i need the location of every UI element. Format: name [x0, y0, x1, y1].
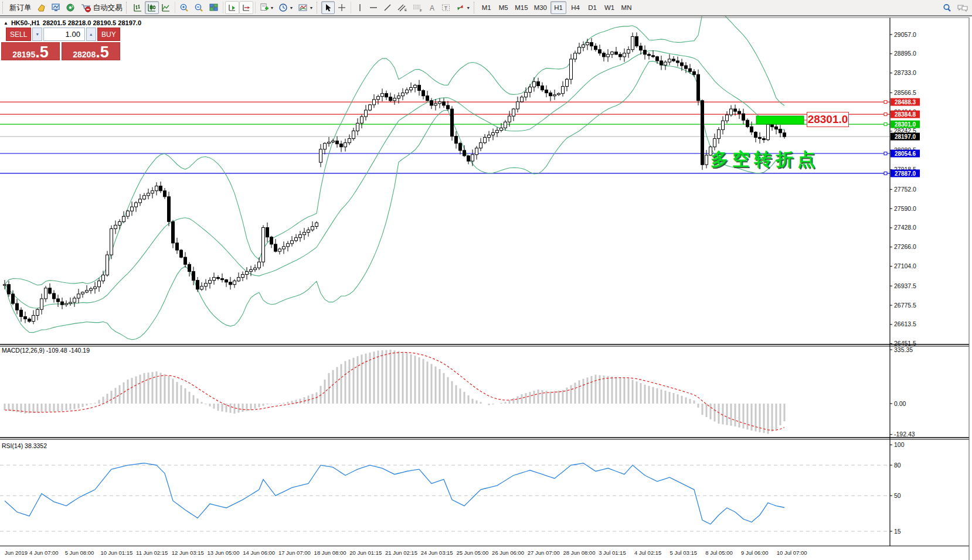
svg-text:28054.6: 28054.6	[895, 151, 916, 157]
timeframe-button-H4[interactable]: H4	[567, 1, 583, 14]
svg-text:0.00: 0.00	[894, 400, 906, 407]
price-annotation-label[interactable]: 28301.0	[807, 112, 849, 127]
timeframe-button-M15[interactable]: M15	[512, 1, 530, 14]
volume-decrease-button[interactable]: ▼	[32, 28, 42, 41]
template-button[interactable]: ▼	[295, 1, 315, 14]
add-indicator-button[interactable]: ▼	[257, 1, 277, 14]
volume-input[interactable]: 1.00	[43, 28, 85, 41]
svg-text:28 Jun 08:00: 28 Jun 08:00	[563, 549, 596, 556]
main-toolbar: 新订单 自动交易 ▼	[0, 0, 972, 16]
trendline-button[interactable]	[380, 1, 395, 14]
svg-text:3 Jul 01:15: 3 Jul 01:15	[599, 549, 626, 556]
crosshair-button[interactable]	[335, 1, 349, 14]
zoom-in-button[interactable]	[177, 1, 192, 14]
timeframe-button-M5[interactable]: M5	[495, 1, 511, 14]
text-button[interactable]: A	[425, 1, 439, 14]
volume-increase-button[interactable]: ▲	[86, 28, 96, 41]
toolbar-separator	[255, 2, 256, 13]
svg-text:27428.0: 27428.0	[894, 224, 916, 231]
turning-point-annotation[interactable]: 多空转折点	[711, 148, 819, 172]
svg-text:5 Jun 08:00: 5 Jun 08:00	[65, 549, 94, 556]
equidistant-channel-button[interactable]: E	[395, 1, 410, 14]
svg-text:28488.3: 28488.3	[895, 99, 916, 105]
time-axis[interactable]: Jun 20194 Jun 07:005 Jun 08:0010 Jun 01:…	[5, 549, 807, 556]
svg-text:24 Jun 03:15: 24 Jun 03:15	[421, 549, 453, 556]
svg-text:11 Jun 02:15: 11 Jun 02:15	[136, 549, 168, 556]
horizontal-line-button[interactable]	[366, 1, 380, 14]
buy-button[interactable]: BUY	[97, 28, 120, 41]
svg-text:T: T	[444, 5, 448, 11]
svg-text:27887.0: 27887.0	[895, 170, 916, 177]
svg-text:28384.8: 28384.8	[895, 111, 916, 118]
svg-text:14 Jun 06:00: 14 Jun 06:00	[243, 549, 275, 556]
svg-text:Jun 2019: Jun 2019	[5, 549, 28, 556]
svg-text:26613.5: 26613.5	[894, 320, 916, 327]
new-order-label: 新订单	[9, 3, 32, 13]
svg-text:F: F	[420, 9, 422, 12]
auto-scroll-button[interactable]	[225, 1, 239, 14]
svg-text:13 Jun 05:00: 13 Jun 05:00	[208, 549, 240, 556]
toolbar-grip[interactable]	[474, 2, 476, 13]
new-order-button[interactable]: 新订单	[7, 1, 34, 14]
chart-title: ▲ HK50-,H1 28201.5 28218.0 28190.5 28197…	[4, 19, 141, 26]
svg-text:-192.43: -192.43	[894, 431, 915, 438]
timeframe-button-H1[interactable]: H1	[550, 1, 566, 14]
bar-chart-button[interactable]	[131, 1, 145, 14]
svg-text:28895.0: 28895.0	[894, 50, 916, 57]
svg-text:10 Jun 01:15: 10 Jun 01:15	[100, 549, 132, 556]
volume-value: 1.00	[66, 30, 80, 39]
svg-text:27590.0: 27590.0	[894, 205, 916, 212]
svg-text:27752.0: 27752.0	[894, 186, 916, 193]
green-rectangle-annotation[interactable]	[756, 116, 807, 124]
svg-text:28197.0: 28197.0	[895, 134, 916, 140]
buy-price-frac: .5	[96, 45, 109, 59]
sell-button[interactable]: SELL	[6, 28, 31, 41]
candlestick-chart-button[interactable]	[145, 1, 159, 14]
svg-text:10 Jul 07:00: 10 Jul 07:00	[777, 549, 807, 556]
zoom-out-button[interactable]	[192, 1, 206, 14]
cursor-button[interactable]	[321, 1, 335, 14]
buy-price-block[interactable]: 28208 .5	[62, 42, 120, 60]
chat-icon[interactable]	[954, 1, 971, 14]
svg-text:E: E	[405, 8, 407, 12]
svg-text:A: A	[430, 4, 434, 12]
market-data-icon[interactable]	[63, 1, 78, 14]
toolbar-grip[interactable]	[317, 2, 319, 13]
svg-text:27266.0: 27266.0	[894, 243, 916, 250]
terminal-icon[interactable]	[49, 1, 63, 14]
autotrading-button[interactable]: 自动交易	[78, 1, 125, 14]
search-icon[interactable]	[940, 1, 954, 14]
timeframe-button-W1[interactable]: W1	[601, 1, 617, 14]
macd-indicator-label: MACD(12,26,9) -109.48 -140.19	[2, 347, 90, 354]
timeframe-button-MN[interactable]: MN	[618, 1, 634, 14]
svg-text:20 Jun 01:15: 20 Jun 01:15	[349, 549, 382, 556]
spinner-down-icon: ▼	[35, 32, 39, 36]
vertical-line-button[interactable]	[353, 1, 366, 14]
timeframe-button-M1[interactable]: M1	[478, 1, 494, 14]
timeframe-button-D1[interactable]: D1	[584, 1, 600, 14]
fibonacci-button[interactable]: F	[410, 1, 425, 14]
svg-text:9 Jul 06:00: 9 Jul 06:00	[741, 549, 768, 556]
sell-price-block[interactable]: 28195 .5	[1, 42, 60, 60]
svg-text:12 Jun 03:15: 12 Jun 03:15	[172, 549, 204, 556]
buy-price-main: 28208	[73, 50, 96, 59]
one-click-trading-panel: SELL ▼ 1.00 ▲ BUY 28195 .5 28208 .5	[1, 28, 120, 60]
charts-icon[interactable]	[34, 1, 49, 14]
period-button[interactable]: ▼	[276, 1, 295, 14]
tile-windows-button[interactable]	[206, 1, 221, 14]
timeframe-button-M30[interactable]: M30	[532, 1, 549, 14]
toolbar-grip[interactable]	[126, 2, 128, 13]
svg-text:26937.5: 26937.5	[894, 282, 916, 289]
toolbar-grip[interactable]	[2, 2, 5, 13]
rsi-indicator-label: RSI(14) 38.3352	[2, 442, 47, 449]
spinner-up-icon: ▲	[89, 32, 93, 36]
svg-text:4 Jun 07:00: 4 Jun 07:00	[29, 549, 59, 556]
svg-text:28301.0: 28301.0	[895, 121, 916, 128]
line-chart-button[interactable]	[159, 1, 173, 14]
arrows-button[interactable]: ▼	[453, 1, 473, 14]
text-label-button[interactable]: T	[439, 1, 453, 14]
symbol-marker-icon[interactable]: ▲	[4, 21, 8, 26]
svg-text:17 Jun 07:00: 17 Jun 07:00	[278, 549, 311, 556]
chart-shift-button[interactable]	[239, 1, 253, 14]
chart-canvas[interactable]: 29057.028895.028733.028566.528404.828242…	[0, 0, 972, 560]
